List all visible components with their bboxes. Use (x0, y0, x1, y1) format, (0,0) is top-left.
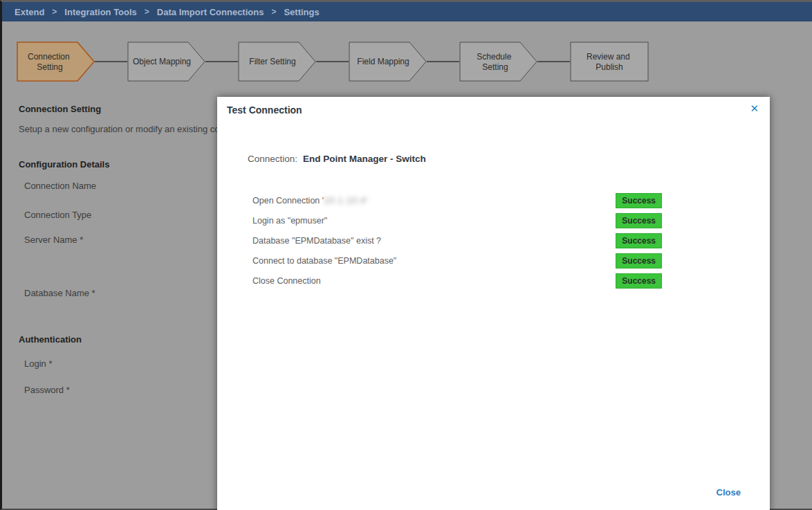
password-label: Password * (24, 385, 70, 395)
test-connection-dialog: Test Connection ✕ Connection:End Point M… (217, 97, 770, 510)
breadcrumb: Extend > Integration Tools > Data Import… (2, 2, 812, 21)
page-section-title: Connection Setting (19, 104, 101, 114)
step-filter-setting[interactable]: Filter Setting (239, 42, 315, 81)
step-label-line: Setting (482, 62, 508, 72)
step-label-line: Review and (587, 52, 630, 62)
test-result-row: Login as "epmuser" Success (252, 210, 662, 230)
test-step-label: Connect to database "EPMDatabase" (252, 256, 396, 266)
step-label-line: Connection (28, 52, 70, 62)
test-result-row: Database "EPMDatabase" exist ? Success (252, 230, 662, 251)
breadcrumb-item-settings: Settings (284, 7, 319, 17)
test-results-list: Open Connection '10.1.10.4' Success Logi… (252, 190, 662, 291)
step-label-line: Setting (37, 62, 62, 72)
close-button[interactable]: Close (717, 487, 741, 498)
test-result-row: Connect to database "EPMDatabase" Succes… (252, 251, 662, 271)
step-label-line: Field Mapping (357, 57, 409, 66)
test-result-row: Open Connection '10.1.10.4' Success (252, 190, 662, 210)
breadcrumb-item-integration-tools[interactable]: Integration Tools (64, 7, 136, 17)
connection-label: Connection: (248, 154, 297, 164)
test-result-row: Close Connection Success (252, 271, 662, 291)
wizard-stepper: Connection Setting Object Mapping Filter… (17, 41, 670, 84)
breadcrumb-separator-icon: > (52, 7, 57, 17)
step-schedule-setting[interactable]: Schedule Setting (460, 42, 537, 81)
test-step-text: Open Connection ' (252, 196, 324, 206)
step-review-and-publish[interactable]: Review and Publish (571, 42, 648, 81)
authentication-heading: Authentication (19, 334, 82, 345)
svg-text:Schedule Setting: Schedule Setting (477, 52, 513, 72)
status-badge: Success (616, 253, 662, 268)
step-label-line: Filter Setting (249, 57, 295, 66)
test-step-label: Database "EPMDatabase" exist ? (252, 236, 381, 246)
dialog-title: Test Connection (227, 104, 302, 116)
test-step-label: Login as "epmuser" (252, 216, 327, 226)
database-name-label: Database Name * (24, 288, 95, 298)
breadcrumb-separator-icon: > (145, 7, 149, 17)
close-icon[interactable]: ✕ (750, 103, 759, 113)
breadcrumb-item-data-import-connections[interactable]: Data Import Connections (157, 7, 264, 17)
app-screen: Extend > Integration Tools > Data Import… (0, 0, 812, 510)
page-section-subtitle: Setup a new configuration or modify an e… (19, 124, 220, 134)
connection-name-label: Connection Name (24, 181, 96, 191)
test-step-label: Close Connection (252, 276, 321, 286)
connection-value: End Point Manager - Switch (303, 154, 426, 164)
step-label-line: Schedule (477, 52, 511, 62)
breadcrumb-item-extend[interactable]: Extend (15, 7, 44, 17)
status-badge: Success (616, 273, 662, 289)
test-step-label: Open Connection '10.1.10.4' (252, 196, 369, 206)
config-details-heading: Configuration Details (19, 159, 109, 170)
step-label-line: Publish (596, 62, 622, 72)
connection-type-label: Connection Type (24, 210, 91, 220)
step-field-mapping[interactable]: Field Mapping (349, 42, 426, 81)
status-badge: Success (616, 213, 662, 228)
status-badge: Success (616, 233, 662, 248)
step-object-mapping[interactable]: Object Mapping (128, 42, 205, 81)
step-connection-setting[interactable]: Connection Setting (17, 42, 94, 81)
redacted-ip-address: 10.1.10.4' (324, 196, 369, 206)
step-label-line: Object Mapping (133, 57, 191, 66)
status-badge: Success (616, 193, 662, 208)
server-name-label: Server Name * (24, 235, 83, 245)
connection-summary: Connection:End Point Manager - Switch (248, 154, 426, 164)
breadcrumb-separator-icon: > (271, 7, 276, 17)
login-label: Login * (24, 358, 52, 369)
